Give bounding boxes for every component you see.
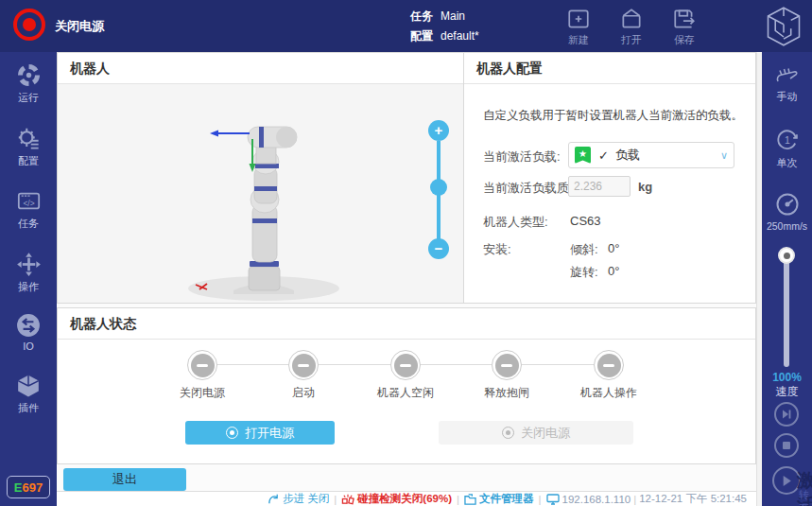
robot-type-value: CS63 xyxy=(570,214,601,228)
play-icon xyxy=(781,475,793,487)
sidebar-item-io[interactable]: IO xyxy=(0,313,57,352)
collision-icon xyxy=(341,493,354,505)
run-mode-single-button[interactable]: 1 单次 xyxy=(762,127,812,170)
power-status-icon[interactable] xyxy=(13,9,45,41)
collision-detect-status[interactable]: 碰撞检测关闭(69%) xyxy=(341,492,452,506)
jog-speed-button[interactable]: 250mm/s xyxy=(762,191,812,232)
io-icon xyxy=(16,313,41,338)
left-nav-rail: 运行 配置 </> 任务 操作 xyxy=(0,52,57,506)
robot-type-label: 机器人类型: xyxy=(483,214,548,231)
right-control-rail: 手动 1 单次 250mm/s 100% 速度 xyxy=(762,52,812,506)
tilt-value: 0° xyxy=(608,241,619,255)
open-icon xyxy=(619,7,644,31)
config-label: 配置 xyxy=(410,29,433,43)
robot-panel-title: 机器人 xyxy=(58,53,463,84)
step-forward-icon xyxy=(781,409,792,420)
step-label: 释放抱闸 xyxy=(459,385,554,401)
power-on-button-label: 打开电源 xyxy=(245,425,294,442)
monitor-icon xyxy=(546,494,560,505)
robot-3d-view[interactable]: + − xyxy=(58,84,463,303)
datetime: 12-12-21 下午 5:21:45 xyxy=(639,492,747,506)
config-value: default* xyxy=(441,29,479,43)
file-manager-link[interactable]: 文件管理器 xyxy=(464,492,534,506)
power-on-button[interactable]: 打开电源 xyxy=(185,421,335,445)
chevron-down-icon: ∨ xyxy=(720,149,728,162)
step-circle-power-off xyxy=(187,350,217,380)
sidebar-item-operate[interactable]: 操作 xyxy=(0,252,57,294)
error-number: 697 xyxy=(22,480,43,495)
task-code-icon: </> xyxy=(16,188,42,214)
move-arrows-icon xyxy=(16,252,42,277)
robot-config-panel: 机器人配置 自定义负载用于暂时设置机器人当前激活的负载。 当前激活负载: ★ ✓… xyxy=(463,52,756,304)
folder-icon xyxy=(464,494,476,505)
radio-dot-icon xyxy=(226,427,238,439)
step-label: 机器人操作 xyxy=(561,385,656,401)
sidebar-item-run[interactable]: 运行 xyxy=(0,62,57,105)
robot-status-title: 机器人状态 xyxy=(58,308,755,340)
zoom-in-button[interactable]: + xyxy=(428,120,449,141)
step-mode-icon xyxy=(268,493,280,505)
stop-icon xyxy=(782,441,791,450)
active-payload-label: 当前激活负载: xyxy=(483,148,561,166)
power-off-button-label: 关闭电源 xyxy=(521,425,570,442)
task-value: Main xyxy=(441,9,465,23)
active-payload-dropdown[interactable]: ★ ✓ 负载 ∨ xyxy=(568,142,734,168)
gear-icon xyxy=(16,126,42,151)
step-mode-status[interactable]: 步进 关闭 xyxy=(268,492,329,506)
error-prefix: E xyxy=(14,480,23,495)
statusbar: 步进 关闭 | 碰撞检测关闭(69%) | 文件管理器 | xyxy=(57,491,756,506)
step-label: 关闭电源 xyxy=(155,385,250,401)
step-label: 启动 xyxy=(256,385,351,401)
sidebar-item-run-label: 运行 xyxy=(0,91,57,105)
radio-dot-icon xyxy=(502,427,514,439)
separator: | xyxy=(457,494,459,505)
step-circle-startup xyxy=(288,350,319,380)
power-off-button[interactable]: 关闭电源 xyxy=(439,421,633,445)
sidebar-item-io-label: IO xyxy=(0,340,57,352)
brand-logo-icon xyxy=(765,6,803,47)
tilt-label: 倾斜: xyxy=(570,241,598,258)
speed-slider-track[interactable] xyxy=(784,253,789,367)
power-state-label: 关闭电源 xyxy=(55,0,104,52)
mount-label: 安装: xyxy=(483,241,511,258)
save-button[interactable]: 保存 xyxy=(659,7,710,47)
teach-pendant-app: 关闭电源 任务Main 配置default* 新建 打开 保存 xyxy=(0,0,812,506)
plugin-cube-icon xyxy=(16,374,41,398)
single-cycle-glyph: 1 xyxy=(785,134,790,146)
new-button-label: 新建 xyxy=(553,33,604,47)
save-button-label: 保存 xyxy=(659,33,710,47)
new-button[interactable]: 新建 xyxy=(553,7,604,47)
open-button-label: 打开 xyxy=(606,33,657,47)
step-circle-operate xyxy=(594,350,624,380)
payload-mass-input[interactable] xyxy=(568,176,631,197)
network-info[interactable]: 192.168.1.110|12-12-21 下午 5:21:45 xyxy=(546,492,748,506)
payload-description: 自定义负载用于暂时设置机器人当前激活的负载。 xyxy=(483,108,743,124)
power-dot-icon xyxy=(23,18,36,31)
sidebar-item-plugin[interactable]: 插件 xyxy=(0,374,57,415)
stop-button[interactable] xyxy=(774,433,799,458)
sidebar-item-config[interactable]: 配置 xyxy=(0,126,57,168)
mode-manual-button[interactable]: 手动 xyxy=(762,62,812,104)
open-button[interactable]: 打开 xyxy=(606,7,657,47)
error-code-badge[interactable]: E697 xyxy=(7,476,50,498)
task-glyph: </> xyxy=(23,199,34,208)
sidebar-item-task-label: 任务 xyxy=(0,217,57,231)
task-info: 任务Main 配置default* xyxy=(410,7,479,46)
robot-arm-image xyxy=(58,84,463,303)
bookmark-star-icon: ★ xyxy=(575,147,591,164)
zoom-out-button[interactable]: − xyxy=(428,238,449,259)
mode-manual-label: 手动 xyxy=(762,90,812,104)
speed-gauge-icon xyxy=(774,191,801,218)
sidebar-item-plugin-label: 插件 xyxy=(0,401,57,415)
zoom-slider-handle[interactable] xyxy=(430,179,447,196)
robot-config-title: 机器人配置 xyxy=(464,53,755,84)
step-circle-idle xyxy=(390,350,421,380)
sidebar-item-task[interactable]: </> 任务 xyxy=(0,188,57,231)
sidebar-item-operate-label: 操作 xyxy=(0,280,57,294)
topbar: 关闭电源 任务Main 配置default* 新建 打开 保存 xyxy=(0,0,812,52)
rotate-label: 旋转: xyxy=(570,264,598,281)
save-icon xyxy=(672,7,697,31)
step-forward-button[interactable] xyxy=(774,402,799,427)
speed-slider-handle[interactable] xyxy=(778,247,795,264)
exit-button[interactable]: 退出 xyxy=(63,468,186,491)
